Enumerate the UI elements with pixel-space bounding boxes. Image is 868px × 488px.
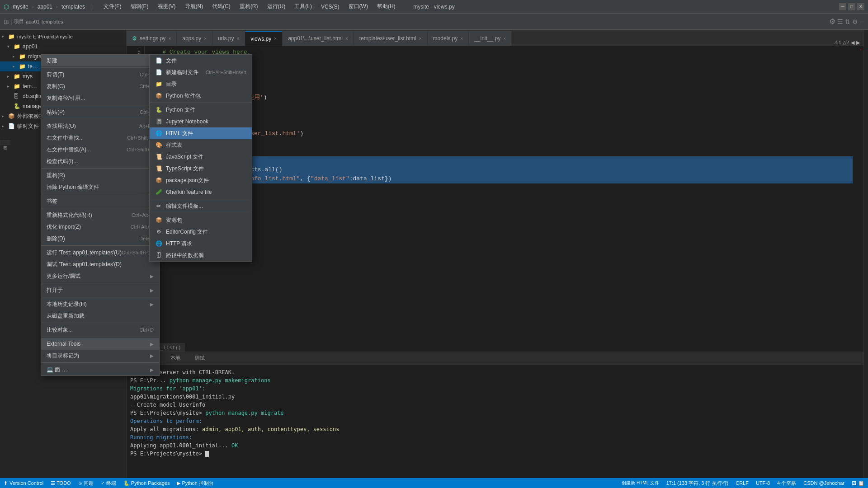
menu-edit[interactable]: 编辑(E) [128, 3, 151, 10]
tab-templates-close[interactable]: × [419, 36, 422, 41]
separator2: › [56, 4, 58, 10]
code-line-13: return render(request, 'user_list.html') [148, 129, 853, 138]
terminal-tabs: ⚙ 终止 本地 调试 [127, 352, 863, 365]
tab-settings-close[interactable]: × [168, 36, 171, 41]
tab-models[interactable]: models.py × [428, 31, 469, 46]
tab-templates-user-list-label: templates\user_list.html [359, 35, 416, 42]
titlebar-left: ⬡ mysite › app01 › templates | 文件(F) 编辑(… [4, 3, 398, 10]
code-content[interactable]: # Create your views here. def index(requ… [145, 46, 856, 352]
statusbar: ⬆ Version Control ☰ TODO ⊙ 问题 ✓ 终端 🐍 Pyt… [0, 478, 868, 488]
status-indent: 4 个空格 [777, 480, 796, 487]
status-csdn: CSDN @Jehochar [803, 480, 844, 486]
tree-label-db: db.sqlite3 [23, 93, 46, 99]
tab-urls-close[interactable]: × [236, 36, 239, 41]
status-python-console[interactable]: ▶ Python 控制台 [177, 480, 213, 487]
tree-label-templates: te… [28, 63, 38, 70]
code-line-5: # Create your views here. [148, 48, 853, 57]
tab-views[interactable]: views.py × [245, 31, 283, 46]
tree-item-mysite[interactable]: ▾ 📁 mysite E:\Projects\mysite [0, 32, 126, 42]
tree-item-templates2[interactable]: ▸ 📁 tem… [0, 81, 126, 91]
terminal-line-applying: Applying app01.0001_initial... OK [130, 441, 860, 450]
tab-init-close[interactable]: × [503, 36, 506, 41]
maximize-button[interactable]: □ [848, 3, 855, 10]
window-controls: ─ □ ✕ [839, 3, 864, 10]
terminal-content[interactable]: Quit the server with CTRL-BREAK. PS E:\P… [127, 365, 863, 478]
tab-init-label: __init__.py [474, 35, 500, 42]
toolbar-app01: app01 [26, 19, 40, 24]
tab-apps-close[interactable]: × [204, 36, 207, 41]
tab-user-list-html[interactable]: app01\...\user_list.html × [283, 31, 354, 46]
terminal-settings-icon[interactable]: ⚙ [130, 355, 135, 361]
status-problems[interactable]: ⊙ 问题 [78, 480, 94, 487]
code-line-16: def info_list(request): [148, 156, 853, 165]
status-crlf: CRLF [736, 480, 749, 486]
menu-window[interactable]: 窗口(W) [346, 3, 371, 10]
close-button[interactable]: ✕ [857, 3, 864, 10]
minimize-button[interactable]: ─ [839, 3, 846, 10]
tree-arrow: ▾ [2, 34, 8, 39]
bookmarks-button[interactable]: 书签 [0, 140, 10, 145]
status-python-packages[interactable]: 🐍 Python Packages [123, 480, 170, 486]
menu-file[interactable]: 文件(F) [101, 3, 124, 10]
menu-run[interactable]: 运行(U) [264, 3, 288, 10]
code-hint: info_list() [145, 343, 185, 352]
tree-item-templates[interactable]: ▸ 📁 te… [0, 61, 126, 71]
tab-init[interactable]: __init__.py × [469, 31, 512, 46]
tab-apps[interactable]: apps.py × [177, 31, 212, 46]
code-line-6 [148, 57, 853, 66]
tabs-bar: ⚙ settings.py × apps.py × urls.py × view… [127, 30, 863, 46]
terminal-tab-local[interactable]: 本地 [167, 354, 184, 362]
tab-views-close[interactable]: × [274, 36, 277, 41]
tree-item-migrations[interactable]: ▸ 📁 migrations [0, 52, 126, 61]
nav-left-icon[interactable]: ◀ [851, 40, 854, 46]
menu-nav[interactable]: 导航(N) [182, 3, 206, 10]
tree-item-mysite2[interactable]: ▸ 📁 mys [0, 71, 126, 81]
toolbar-settings-icon[interactable]: ⚙ [852, 18, 858, 25]
terminal-line-migrations: Migrations for 'app01': [130, 385, 860, 393]
status-vc-label: Version Control [9, 480, 43, 486]
terminal-tab-stop[interactable]: 终止 [142, 353, 160, 363]
toolbar-list-icon[interactable]: ☰ [837, 18, 843, 25]
status-cursor: 17:1 (133 字符, 3 行 执行行) [666, 480, 729, 487]
tab-settings[interactable]: ⚙ settings.py × [127, 31, 177, 46]
status-version-control[interactable]: ⬆ Version Control [4, 480, 43, 486]
tab-user-list-html-label: app01\...\user_list.html [288, 35, 343, 42]
menu-help[interactable]: 帮助(H) [374, 3, 398, 10]
code-line-18: return render(request, "info_list.html",… [148, 174, 853, 183]
line-numbers: 5 6 8 9 12 13 16 17 18 [127, 46, 145, 352]
tree-label-mysite2: mys [23, 73, 33, 80]
menu-view[interactable]: 视图(V) [155, 3, 179, 10]
tree-label: mysite E:\Projects\mysite [17, 34, 73, 39]
tree-item-external[interactable]: ▸ 📦 外部依赖项 [0, 111, 126, 121]
separator: › [32, 4, 34, 10]
editor-area: ⚙ settings.py × apps.py × urls.py × view… [127, 30, 863, 478]
menu-code[interactable]: 代码(C) [209, 3, 233, 10]
tab-apps-label: apps.py [182, 35, 201, 42]
tab-urls[interactable]: urls.py × [212, 31, 245, 46]
status-encoding: UTF-8 [756, 480, 770, 486]
nav-right-icon[interactable]: ▶ [856, 40, 860, 46]
status-todo[interactable]: ☰ TODO [51, 480, 71, 486]
toolbar-gear-icon[interactable]: ⚙ [829, 17, 835, 26]
terminal-line-prompt: PS E:\Projects\mysite> [130, 450, 860, 458]
code-editor[interactable]: 5 6 8 9 12 13 16 17 18 [127, 46, 863, 352]
menu-refactor[interactable]: 重构(R) [237, 3, 261, 10]
tree-item-db[interactable]: 🗄 db.sqlite3 [0, 91, 126, 101]
tab-models-close[interactable]: × [460, 36, 463, 41]
tab-settings-icon: ⚙ [132, 35, 137, 42]
tab-templates-user-list[interactable]: templates\user_list.html × [354, 31, 428, 46]
tree-item-app01[interactable]: ▾ 📁 app01 [0, 42, 126, 52]
right-scrollbar[interactable] [863, 30, 868, 478]
status-terminal[interactable]: ✓ 终端 [101, 480, 116, 487]
toolbar-sort-icon[interactable]: ⇅ [845, 18, 850, 25]
menu-tools[interactable]: 工具(L) [292, 3, 315, 10]
terminal-line-quit: Quit the server with CTRL-BREAK. [130, 368, 860, 376]
tree-item-manage[interactable]: 🐍 manage.py [0, 101, 126, 111]
terminal-tab-debug[interactable]: 调试 [191, 354, 208, 362]
toolbar-close-icon[interactable]: ─ [860, 18, 864, 25]
tab-user-list-close[interactable]: × [345, 36, 348, 41]
file-tree: ▾ 📁 mysite E:\Projects\mysite ▾ 📁 app01 … [0, 30, 126, 478]
tree-label-migrations: migrations [28, 53, 53, 60]
menu-vcs[interactable]: VCS(S) [318, 4, 342, 10]
tree-item-scratch[interactable]: ▸ 📄 临时文件 [0, 121, 126, 131]
